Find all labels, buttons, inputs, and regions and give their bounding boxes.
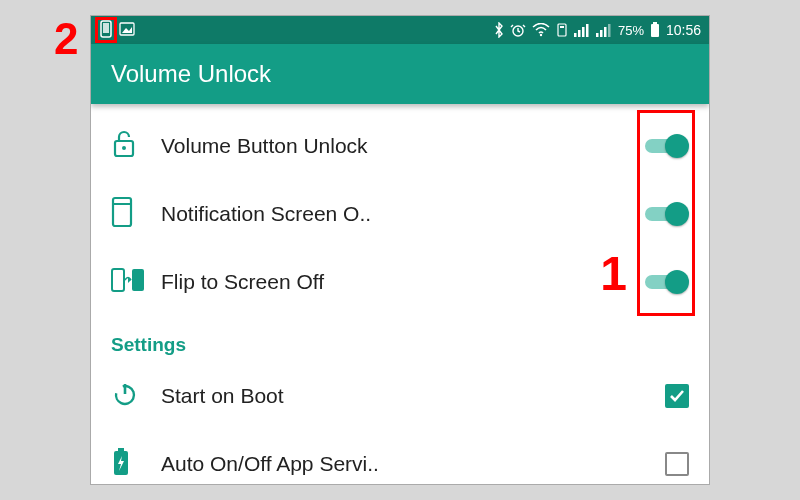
unlock-icon — [111, 129, 137, 163]
checkbox-start-on-boot[interactable] — [665, 384, 689, 408]
row-label: Auto On/Off App Servi.. — [161, 452, 629, 476]
svg-rect-1 — [103, 23, 109, 33]
bluetooth-icon — [494, 22, 504, 38]
toggle-volume-button-unlock[interactable] — [645, 133, 689, 159]
settings-list: Volume Button Unlock Notification Screen… — [91, 104, 709, 485]
phone-screen: 75% 10:56 Volume Unlock Volume Button Un… — [90, 15, 710, 485]
svg-rect-13 — [600, 30, 603, 37]
signal-icon-2 — [596, 23, 612, 37]
battery-icon — [111, 447, 131, 481]
data-icon — [556, 23, 568, 37]
toggle-notification-screen-on[interactable] — [645, 201, 689, 227]
annotation-number-2: 2 — [54, 14, 78, 64]
svg-rect-10 — [582, 27, 585, 37]
svg-rect-9 — [578, 30, 581, 37]
svg-rect-23 — [132, 269, 144, 291]
section-header-settings: Settings — [91, 316, 709, 362]
checkbox-auto-on-off-service[interactable] — [665, 452, 689, 476]
svg-rect-7 — [560, 26, 564, 28]
row-label: Notification Screen O.. — [161, 202, 629, 226]
battery-pct-text: 75% — [618, 23, 644, 38]
row-notification-screen-on[interactable]: Notification Screen O.. — [91, 180, 709, 248]
notification-image-icon — [119, 22, 135, 39]
app-title: Volume Unlock — [111, 60, 271, 88]
svg-point-19 — [122, 146, 126, 150]
clock-text: 10:56 — [666, 22, 701, 38]
svg-rect-14 — [604, 27, 607, 37]
row-volume-button-unlock[interactable]: Volume Button Unlock — [91, 112, 709, 180]
wifi-icon — [532, 23, 550, 37]
app-bar: Volume Unlock — [91, 44, 709, 104]
svg-rect-20 — [113, 198, 131, 226]
status-icons-right: 75% 10:56 — [494, 22, 701, 38]
alarm-icon — [510, 22, 526, 38]
svg-rect-8 — [574, 33, 577, 37]
row-start-on-boot[interactable]: Start on Boot — [91, 362, 709, 430]
svg-rect-11 — [586, 24, 589, 37]
status-bar: 75% 10:56 — [91, 16, 709, 44]
svg-point-5 — [540, 34, 542, 36]
row-auto-on-off-service[interactable]: Auto On/Off App Servi.. — [91, 430, 709, 485]
notification-phone-icon — [99, 20, 113, 41]
signal-icon — [574, 23, 590, 37]
row-label: Flip to Screen Off — [161, 270, 629, 294]
svg-rect-6 — [558, 24, 566, 36]
svg-rect-12 — [596, 33, 599, 37]
svg-marker-3 — [122, 27, 132, 33]
svg-rect-17 — [653, 22, 657, 24]
toggle-flip-to-screen-off[interactable] — [645, 269, 689, 295]
row-label: Volume Button Unlock — [161, 134, 629, 158]
power-icon — [111, 380, 139, 412]
svg-rect-15 — [608, 24, 611, 37]
svg-rect-22 — [112, 269, 124, 291]
flip-icon — [111, 265, 145, 299]
screen-icon — [111, 196, 133, 232]
battery-icon — [650, 22, 660, 38]
row-label: Start on Boot — [161, 384, 629, 408]
row-flip-to-screen-off[interactable]: Flip to Screen Off — [91, 248, 709, 316]
svg-rect-16 — [651, 24, 659, 37]
svg-rect-28 — [118, 448, 124, 451]
